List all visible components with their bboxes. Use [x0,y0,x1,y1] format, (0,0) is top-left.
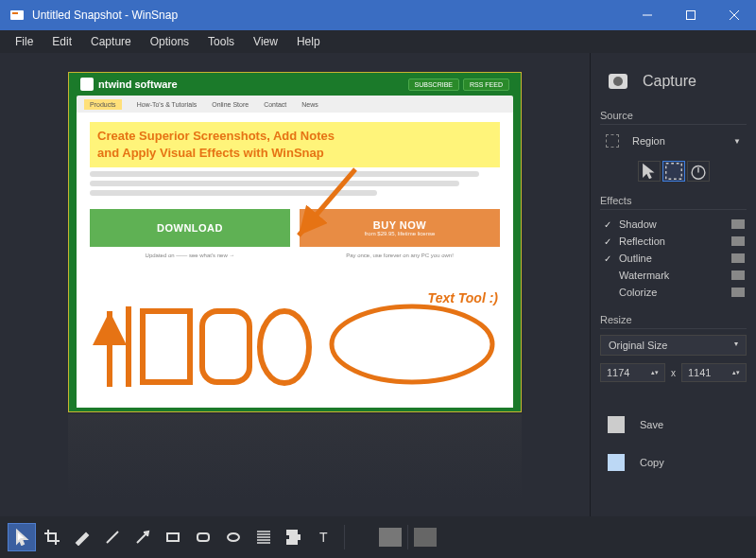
color-swatch[interactable] [731,270,745,280]
nav-contact: Contact [264,101,286,108]
dimension-separator: x [671,368,676,378]
menu-view[interactable]: View [244,32,287,51]
sidebar: Capture Source Region ▼ Effects ✓Shadow … [590,53,756,516]
buy-sub: from $29.95, lifetime license [365,231,436,236]
caret-down-icon: ▾ [734,340,738,351]
svg-rect-12 [198,533,209,541]
pointer-tool[interactable] [8,523,36,551]
color-swatch-3[interactable] [414,528,437,547]
menu-file[interactable]: File [6,32,43,51]
ellipse-tool[interactable] [219,523,248,551]
timer-mode[interactable] [687,161,710,182]
svg-rect-3 [687,11,696,20]
pixelate-tool[interactable] [280,523,308,551]
svg-rect-18 [287,540,291,544]
color-swatch-1[interactable] [351,528,373,547]
menu-tools[interactable]: Tools [198,32,244,51]
blur-text [90,181,459,186]
brand-text: ntwind software [98,78,178,90]
svg-rect-6 [665,164,681,180]
roundrect-tool[interactable] [189,523,217,551]
check-icon: ✓ [602,236,613,247]
roundrect-shape [202,311,249,382]
source-dropdown[interactable]: Region ▼ [600,131,747,151]
headline-line2: and Apply Visual Effects with WinSnap [97,145,492,162]
effects-section-title: Effects [600,195,747,210]
updated-text: Updated on —— see what's new → [90,253,290,258]
check-icon: ✓ [602,253,613,264]
subscribe-button: SUBSCRIBE [408,78,459,91]
nav-store: Online Store [212,101,249,108]
menu-edit[interactable]: Edit [43,32,81,51]
svg-rect-1 [12,12,18,14]
color-swatch[interactable] [731,253,745,263]
capture-label: Capture [643,73,696,90]
svg-rect-14 [287,531,291,534]
ellipse-shape [260,311,309,383]
buy-button: BUY NOW from $29.95, lifetime license [300,209,500,247]
svg-point-13 [228,533,239,541]
effect-reflection[interactable]: ✓Reflection [600,233,747,250]
download-label: DOWNLOAD [157,222,223,234]
resize-mode-dropdown[interactable]: Original Size ▾ [600,335,747,356]
nav-howto: How-To's & Tutorials [137,101,198,108]
menu-capture[interactable]: Capture [81,32,141,51]
minimize-button[interactable] [626,0,669,30]
toolbar-separator [407,525,408,549]
effect-colorize[interactable]: Colorize [600,284,747,301]
svg-line-10 [137,533,146,543]
svg-rect-17 [296,535,300,539]
color-swatch[interactable] [731,236,745,246]
brand-logo-icon [80,78,94,91]
effect-outline[interactable]: ✓Outline [600,250,747,267]
nav-news: News [301,101,318,108]
camera-icon [609,74,627,89]
svg-text:T: T [319,530,328,545]
blur-tool[interactable] [249,523,278,551]
arrow-tool[interactable] [129,523,157,551]
pen-tool[interactable] [68,523,96,551]
text-tool[interactable]: T [310,523,338,551]
site-brand: ntwind software [80,78,178,91]
canvas-area[interactable]: ntwind software SUBSCRIBE RSS FEED Produ… [0,53,590,516]
region-mode[interactable] [662,161,685,182]
line-tool[interactable] [98,523,127,551]
effect-watermark[interactable]: Watermark [600,267,747,284]
nav-products: Products [84,99,122,110]
window-title: Untitled Snapshot - WinSnap [32,9,626,22]
height-input[interactable]: 1141▴▾ [681,363,747,382]
resize-mode-value: Original Size [609,340,667,351]
save-button[interactable]: Save [600,410,747,439]
svg-rect-16 [290,535,294,539]
spinner-icon[interactable]: ▴▾ [651,369,659,376]
blur-text [90,171,479,177]
reflection-effect [68,414,522,499]
color-swatch[interactable] [731,219,745,229]
title-bar: Untitled Snapshot - WinSnap [0,0,756,30]
payonce-text: Pay once, use forever on any PC you own! [300,253,500,258]
blur-text [90,190,377,196]
spinner-icon[interactable]: ▴▾ [732,369,740,376]
copy-button[interactable]: Copy [600,448,747,477]
snapshot-image[interactable]: ntwind software SUBSCRIBE RSS FEED Produ… [68,72,522,412]
width-input[interactable]: 1174▴▾ [600,363,665,382]
svg-line-9 [107,532,118,543]
maximize-button[interactable] [669,0,713,30]
capture-button[interactable]: Capture [600,66,747,96]
rectangle-tool[interactable] [159,523,187,551]
svg-rect-0 [10,10,24,20]
buy-label: BUY NOW [373,219,426,231]
menu-help[interactable]: Help [287,32,330,51]
effect-shadow[interactable]: ✓Shadow [600,216,747,233]
effects-list: ✓Shadow ✓Reflection ✓Outline Watermark C… [600,216,747,301]
pointer-mode[interactable] [638,161,661,182]
region-icon [606,134,619,148]
freehand-circle [332,306,492,382]
menu-options[interactable]: Options [141,32,198,51]
crop-tool[interactable] [38,523,66,551]
color-swatch-2[interactable] [379,528,402,547]
site-navbar: Products How-To's & Tutorials Online Sto… [77,96,513,113]
check-icon: ✓ [602,219,613,230]
color-swatch[interactable] [731,288,745,297]
close-button[interactable] [713,0,756,30]
